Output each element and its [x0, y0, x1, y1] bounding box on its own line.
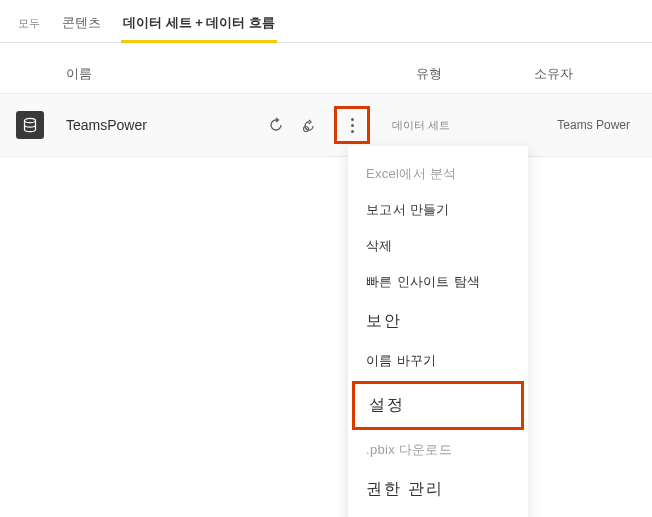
menu-settings[interactable]: 설정	[352, 381, 524, 430]
tab-datasets[interactable]: 데이터 세트 + 데이터 흐름	[121, 8, 277, 42]
more-options-button[interactable]	[343, 113, 361, 137]
menu-manage-permissions[interactable]: 권한 관리	[348, 468, 528, 511]
column-headers: 이름 유형 소유자	[0, 43, 652, 93]
row-type: 데이터 세트	[392, 118, 492, 133]
menu-download-pbix: .pbix 다운로드	[348, 432, 528, 468]
header-name: 이름	[66, 65, 416, 83]
more-button-highlight	[334, 106, 370, 144]
schedule-icon[interactable]	[300, 115, 320, 135]
menu-security[interactable]: 보안	[348, 300, 528, 343]
dataset-icon	[16, 111, 44, 139]
tab-bar: 모두 콘텐츠 데이터 세트 + 데이터 흐름	[0, 0, 652, 43]
menu-delete[interactable]: 삭제	[348, 228, 528, 264]
row-owner: Teams Power	[557, 118, 636, 132]
menu-create-report[interactable]: 보고서 만들기	[348, 192, 528, 228]
context-menu: Excel에서 분석 보고서 만들기 삭제 빠른 인사이트 탐색 보안 이름 바…	[348, 146, 528, 517]
row-name: TeamsPower	[66, 117, 266, 133]
menu-view-lineage[interactable]: 계보 보기	[348, 511, 528, 517]
menu-analyze-excel: Excel에서 분석	[348, 156, 528, 192]
svg-point-0	[25, 118, 36, 122]
refresh-icon[interactable]	[266, 115, 286, 135]
tab-content[interactable]: 콘텐츠	[60, 8, 103, 42]
menu-rename[interactable]: 이름 바꾸기	[348, 343, 528, 379]
row-actions	[266, 115, 320, 135]
menu-quick-insights[interactable]: 빠른 인사이트 탐색	[348, 264, 528, 300]
tab-all[interactable]: 모두	[16, 10, 42, 41]
table-row[interactable]: TeamsPower 데이터 세트 Teams Power	[0, 93, 652, 157]
header-owner: 소유자	[534, 65, 636, 83]
header-type: 유형	[416, 65, 534, 83]
